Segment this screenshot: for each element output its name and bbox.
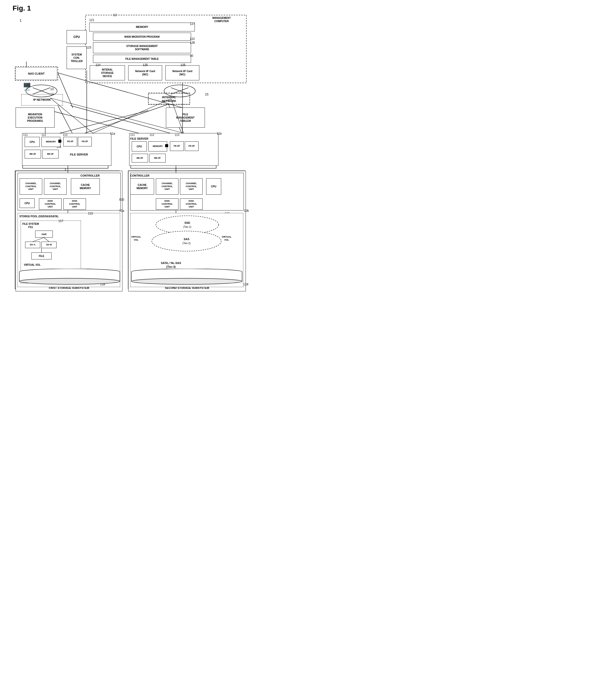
- ref-125a: 125: [143, 63, 148, 67]
- black-square-right: [165, 144, 168, 147]
- cache-mem-right-label: CACHE MEMORY: [137, 183, 148, 190]
- svg-text:(Tier-1): (Tier-1): [183, 226, 191, 228]
- ref-10a: 10a: [119, 209, 124, 213]
- dir-b-label: Dir-B: [46, 243, 52, 246]
- virtual-vol-right-b-label: VIRTUAL VOL: [222, 235, 232, 241]
- nic-a-label: Network I/F Card (NIC): [135, 70, 155, 76]
- ref-125b: 125: [181, 63, 186, 67]
- ccu-b1-label: CHANNEL CONTROL UNIT: [162, 182, 173, 191]
- ip-network-oval: [25, 84, 58, 98]
- memory-left-fs-box: MEMORY: [42, 137, 60, 147]
- figure-title: Fig. 1: [13, 4, 31, 13]
- main-migration-box: MAIN MIGRATION PROGRAM: [93, 33, 191, 41]
- be-if-a1-box: BE-I/F: [25, 150, 41, 158]
- be-if-a2-label: BE-I/F: [47, 153, 54, 156]
- ccu-a2-label: CHANNEL CONTROL UNIT: [50, 182, 61, 191]
- svg-text:SAS: SAS: [184, 238, 190, 241]
- ref-10b: 10b: [244, 209, 249, 213]
- svg-line-9: [58, 105, 74, 137]
- ref-123: 123: [86, 46, 91, 50]
- internal-storage-label: INTERAL STORAGE DEVICE: [101, 68, 113, 78]
- dcu-b2-box: DISK CONTROL UNIT: [180, 198, 202, 210]
- be-if-b1-box: BE-I/F: [132, 154, 148, 162]
- file-mgmt-table-right-label: FILE MANAGEMENT TABLE30: [176, 113, 195, 123]
- nic-a-box: Network I/F Card (NIC): [128, 65, 162, 80]
- cpu-top-label: CPU: [73, 35, 80, 39]
- root-label: root: [42, 232, 46, 236]
- be-if-a2-box: BE-I/F: [42, 150, 58, 158]
- svg-text:(Tier-2): (Tier-2): [183, 242, 191, 245]
- internal-storage-box: INTERAL STORAGE DEVICE: [90, 65, 125, 80]
- file-server-a-label: FILE SERVER: [70, 153, 88, 156]
- dcu-a1-label: DISK CONTROL UNIT: [45, 200, 56, 208]
- controller-left-label: CONTROLLER: [80, 174, 99, 177]
- file-mgmt-table-label: FILE MANAGEMENT TABLE: [125, 57, 159, 60]
- memory-label: MEMORY: [136, 25, 148, 29]
- cpu-ctrl-right-label: CPU: [211, 185, 216, 188]
- ref-124: 124: [96, 63, 100, 67]
- ccu-b2-box: CHANNEL CONTROL UNIT: [180, 178, 202, 195]
- ref-127: 127: [190, 22, 195, 26]
- file-mgmt-table-box: FILE MANAGEMENT TABLE: [93, 55, 191, 63]
- ref-112b: 112: [149, 133, 154, 136]
- ref-111a: 111: [23, 133, 28, 136]
- ref-112a: 112: [42, 133, 46, 136]
- ref-900: 900: [119, 198, 124, 202]
- ccu-a2-box: CHANNEL CONTROL UNIT: [44, 178, 67, 195]
- cache-mem-left-box: CACHE MEMORY: [71, 178, 100, 195]
- cpu-ctrl-left-box: CPU: [20, 198, 35, 208]
- fe-if-b1-label: FE-I/F: [174, 145, 180, 148]
- storage-mgmt-label: STORAGE MANAGEMENT SOFTWARE: [126, 45, 158, 51]
- memory-left-fs-label: MEMORY: [46, 141, 56, 144]
- ref-113b: 113: [175, 133, 179, 136]
- ref-12: 12: [113, 13, 117, 17]
- black-square-left: [58, 140, 61, 143]
- be-if-b2-box: BE-I/F: [149, 154, 166, 162]
- svg-line-12: [74, 104, 168, 137]
- cache-mem-right-box: CACHE MEMORY: [130, 178, 154, 195]
- svg-point-55: [131, 278, 242, 284]
- ref-115: 115: [88, 212, 93, 216]
- ip-network-label: IP NETWORK: [33, 98, 51, 101]
- sys-controller-label: SYSTEM CON- TROLLER: [71, 53, 82, 63]
- cpu-ctrl-left-label: CPU: [24, 202, 30, 205]
- file-label: FILE: [39, 254, 44, 258]
- ref-30: 30: [190, 54, 193, 58]
- memory-right-fs-label: MEMORY: [152, 145, 163, 148]
- svg-point-48: [152, 231, 221, 251]
- sata-tier3-label: SATA／NL-SAS (Tier-3): [161, 261, 181, 269]
- ref-122: 122: [190, 37, 195, 41]
- fe-if-a2-box: FE-I/F: [78, 137, 92, 146]
- migration-prog-label: MIGRATION EXECUTION PROGRAM31: [27, 113, 43, 123]
- fe-if-a2-label: FE-I/F: [82, 140, 88, 143]
- cpu-ctrl-right-box: CPU: [206, 178, 221, 195]
- svg-point-44: [19, 278, 120, 284]
- fe-if-b2-label: FE-I/F: [189, 145, 195, 148]
- ref-117: 117: [58, 219, 63, 223]
- dir-a-label: Dir-A: [30, 243, 35, 246]
- fe-if-a1-label: FE-I/F: [67, 140, 73, 143]
- svg-text:SSD: SSD: [185, 221, 190, 224]
- ccu-b1-box: CHANNEL CONTROL UNIT: [156, 178, 178, 195]
- ref-128: 128: [190, 41, 195, 45]
- internal-network-oval: [163, 84, 196, 98]
- memory-right-fs-box: MEMORY: [148, 142, 167, 151]
- virtual-vol-right-a-label: VIRTUAL VOL: [131, 235, 141, 241]
- ref-1: 1: [20, 18, 22, 23]
- dcu-b1-box: DISK CONTROL UNIT: [156, 198, 178, 210]
- ref-15: 15: [205, 93, 208, 97]
- cpu-right-fs-label: CPU: [137, 145, 142, 148]
- fe-if-b1-box: FE-I/F: [170, 142, 184, 151]
- dcu-a1-box: DISK CONTROL UNIT: [39, 198, 62, 210]
- nas-client-box: NAS CLIENT: [16, 67, 57, 80]
- ref-11a: 11a: [110, 132, 115, 136]
- ccu-a1-label: CHANNEL CONTROL UNIT: [25, 182, 37, 191]
- storage-mgmt-box: STORAGE MANAGEMENT SOFTWARE: [93, 42, 191, 53]
- root-box: root: [35, 230, 53, 238]
- cpu-left-fs-label: CPU: [29, 141, 35, 144]
- be-if-a1-label: BE-I/F: [30, 153, 36, 156]
- fe-if-b2-box: FE-I/F: [185, 142, 198, 151]
- ref-11b: 11b: [217, 132, 222, 136]
- controller-right-label: CONTROLLER: [130, 174, 149, 177]
- file-box: FILE: [31, 252, 51, 259]
